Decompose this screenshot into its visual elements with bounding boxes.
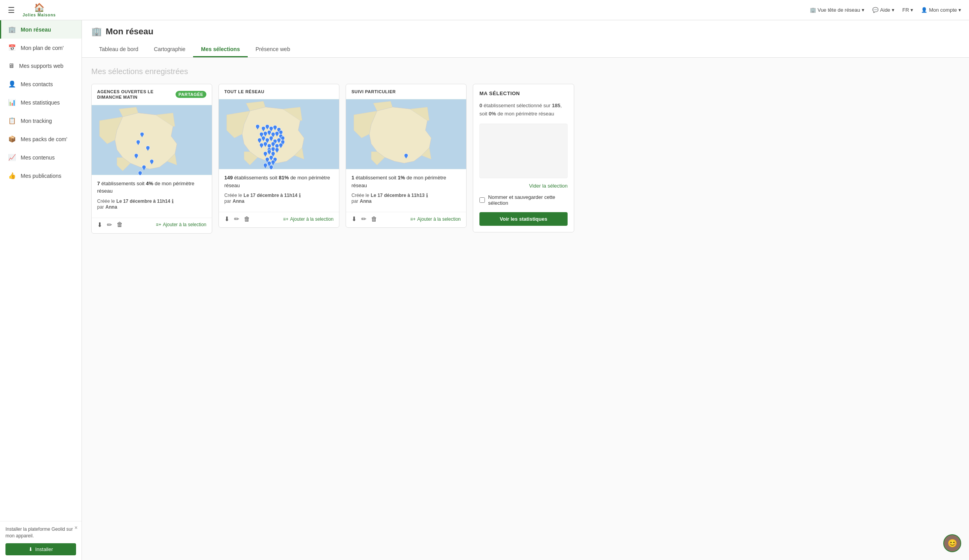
- card-map-tout-reseau[interactable]: [219, 99, 339, 169]
- main-content: 🏢 Mon réseau Tableau de bordCartographie…: [82, 20, 969, 560]
- sidebar-label-mes-statistiques: Mes statistiques: [21, 99, 60, 106]
- install-button[interactable]: ⬇ Installer: [5, 543, 76, 555]
- page-title: 🏢 Mon réseau: [91, 27, 960, 37]
- aide-btn[interactable]: 💬 Aide ▾: [872, 7, 894, 13]
- layout: 🏢Mon réseau📅Mon plan de com'🖥Mes support…: [0, 20, 969, 560]
- tab-mes-selections[interactable]: Mes sélections: [193, 42, 248, 57]
- card-actions-tout-reseau: ⬇ ✏ 🗑 ≡+ Ajouter à la selection: [219, 212, 339, 227]
- chevron-down-icon-lang: ▾: [910, 7, 913, 13]
- sidebar-item-mes-contacts[interactable]: 👤Mes contacts: [0, 75, 82, 93]
- add-icon-tout-reseau: ≡+: [283, 216, 289, 222]
- card-meta-by-tout-reseau: par Anna: [224, 198, 334, 204]
- content: Mes sélections enregistrées AGENCES OUVE…: [82, 58, 969, 243]
- sidebar-icon-mes-contacts: 👤: [8, 80, 16, 88]
- sidebar-item-mes-publications[interactable]: 👍Mes publications: [0, 167, 82, 185]
- edit-icon-suivi-particulier[interactable]: ✏: [361, 215, 366, 223]
- sidebar-item-mes-contenus[interactable]: 📈Mes contenus: [0, 148, 82, 167]
- save-checkbox[interactable]: [479, 197, 485, 203]
- sidebar-item-mon-plan[interactable]: 📅Mon plan de com': [0, 39, 82, 57]
- sidebar-label-mes-packs: Mes packs de com': [21, 136, 67, 142]
- save-label: Nommer et sauvegarder cette sélection: [488, 194, 568, 206]
- selection-card-agences-ouvertes: AGENCES OUVERTES LE DIMANCHE MATINPartag…: [91, 84, 212, 234]
- svg-marker-14: [139, 174, 141, 175]
- delete-icon-tout-reseau[interactable]: 🗑: [244, 216, 250, 223]
- sidebar-icon-mes-packs: 📦: [8, 135, 16, 143]
- logo-area: 🏠 Jolies Maisons: [23, 3, 56, 17]
- info-icon-tout-reseau[interactable]: ℹ: [299, 192, 301, 198]
- vider-selection-link[interactable]: Vider la sélection: [479, 183, 568, 189]
- sidebar-item-mes-supports[interactable]: 🖥Mes supports web: [0, 57, 82, 75]
- card-actions-agences-ouvertes: ⬇ ✏ 🗑 ≡+ Ajouter à la selection: [92, 218, 212, 233]
- sidebar-item-mon-reseau[interactable]: 🏢Mon réseau: [0, 20, 82, 39]
- badge-partage-agences-ouvertes: Partagée: [176, 91, 207, 98]
- card-title-suivi-particulier: SUIVI PARTICULIER: [351, 89, 396, 94]
- sidebar-icon-mes-contenus: 📈: [8, 154, 16, 161]
- right-panel-title: MA SÉLECTION: [479, 90, 568, 96]
- page-title-icon: 🏢: [91, 27, 102, 37]
- tab-presence[interactable]: Présence web: [248, 42, 298, 57]
- add-icon-agences-ouvertes: ≡+: [156, 222, 162, 227]
- voir-statistiques-button[interactable]: Voir les statistiques: [479, 212, 568, 226]
- chevron-down-icon: ▾: [862, 7, 864, 13]
- info-icon-agences-ouvertes[interactable]: ℹ: [172, 198, 174, 204]
- card-header-suivi-particulier: SUIVI PARTICULIER: [346, 84, 466, 99]
- card-meta-by-agences-ouvertes: par Anna: [97, 204, 206, 210]
- sidebar: 🏢Mon réseau📅Mon plan de com'🖥Mes support…: [0, 20, 82, 560]
- sidebar-icon-mes-statistiques: 📊: [8, 99, 16, 106]
- page-header: 🏢 Mon réseau Tableau de bordCartographie…: [82, 20, 969, 58]
- delete-icon-suivi-particulier[interactable]: 🗑: [371, 216, 377, 223]
- edit-icon-agences-ouvertes[interactable]: ✏: [107, 221, 112, 229]
- delete-icon-agences-ouvertes[interactable]: 🗑: [117, 221, 123, 228]
- avatar-icon: 😊: [948, 539, 957, 548]
- card-title-agences-ouvertes: AGENCES OUVERTES LE DIMANCHE MATIN: [97, 89, 176, 100]
- section-title: Mes sélections enregistrées: [91, 67, 960, 76]
- sidebar-label-mes-contenus: Mes contenus: [21, 154, 55, 161]
- right-panel-stats: 0 établissement sélectionné sur 185, soi…: [479, 102, 568, 118]
- person-icon: 👤: [921, 7, 927, 13]
- network-icon: 🏢: [810, 7, 816, 13]
- tab-tableau[interactable]: Tableau de bord: [91, 42, 146, 57]
- cards-row: AGENCES OUVERTES LE DIMANCHE MATINPartag…: [91, 84, 960, 234]
- tab-cartographie[interactable]: Cartographie: [146, 42, 193, 57]
- avatar-btn[interactable]: 😊: [943, 534, 961, 552]
- card-header-tout-reseau: TOUT LE RÉSEAU: [219, 84, 339, 99]
- logo-text: Jolies Maisons: [23, 13, 56, 17]
- hamburger-icon[interactable]: ☰: [8, 5, 15, 15]
- install-close-icon[interactable]: ×: [75, 525, 78, 531]
- install-text: Installer la plateforme Geolid sur mon a…: [5, 526, 76, 539]
- sidebar-item-mes-statistiques[interactable]: 📊Mes statistiques: [0, 93, 82, 112]
- card-meta-by-suivi-particulier: par Anna: [351, 198, 461, 204]
- account-btn[interactable]: 👤 Mon compte ▾: [921, 7, 961, 13]
- sidebar-label-mon-plan: Mon plan de com': [21, 45, 64, 51]
- sidebar-icon-mon-plan: 📅: [8, 44, 16, 51]
- download-icon-agences-ouvertes[interactable]: ⬇: [97, 221, 102, 229]
- card-meta-suivi-particulier: Créée le Le 17 décembre à 11h13 ℹ: [351, 192, 461, 198]
- info-icon-suivi-particulier[interactable]: ℹ: [426, 192, 428, 198]
- add-to-selection-agences-ouvertes[interactable]: ≡+ Ajouter à la selection: [156, 222, 206, 227]
- card-body-agences-ouvertes: 7 établissements soit 4% de mon périmètr…: [92, 175, 212, 214]
- selection-card-tout-reseau: TOUT LE RÉSEAU149 établissements soit 81…: [218, 84, 339, 228]
- vue-tete-reseau-btn[interactable]: 🏢 Vue tête de réseau ▾: [810, 7, 864, 13]
- download-icon: ⬇: [28, 546, 33, 552]
- save-selection: Nommer et sauvegarder cette sélection: [479, 194, 568, 206]
- topnav-left: ☰ 🏠 Jolies Maisons: [8, 3, 56, 17]
- card-title-tout-reseau: TOUT LE RÉSEAU: [224, 89, 264, 94]
- sidebar-item-mon-tracking[interactable]: 📋Mon tracking: [0, 112, 82, 130]
- chevron-down-icon-account: ▾: [958, 7, 961, 13]
- card-map-suivi-particulier[interactable]: [346, 99, 466, 169]
- download-icon-suivi-particulier[interactable]: ⬇: [351, 215, 357, 223]
- add-to-selection-tout-reseau[interactable]: ≡+ Ajouter à la selection: [283, 216, 334, 222]
- sidebar-label-mon-reseau: Mon réseau: [21, 27, 51, 33]
- lang-btn[interactable]: FR ▾: [902, 7, 913, 13]
- sidebar-label-mon-tracking: Mon tracking: [21, 118, 52, 124]
- sidebar-item-mes-packs[interactable]: 📦Mes packs de com': [0, 130, 82, 148]
- tabs: Tableau de bordCartographieMes sélection…: [91, 42, 960, 57]
- card-map-agences-ouvertes[interactable]: [92, 105, 212, 175]
- add-to-selection-suivi-particulier[interactable]: ≡+ Ajouter à la selection: [410, 216, 461, 222]
- edit-icon-tout-reseau[interactable]: ✏: [234, 215, 239, 223]
- download-icon-tout-reseau[interactable]: ⬇: [224, 215, 229, 223]
- card-meta-tout-reseau: Créée le Le 17 décembre à 11h14 ℹ: [224, 192, 334, 198]
- sidebar-icon-mon-reseau: 🏢: [8, 26, 16, 33]
- chat-icon: 💬: [872, 7, 878, 13]
- logo-house-icon: 🏠: [34, 3, 44, 13]
